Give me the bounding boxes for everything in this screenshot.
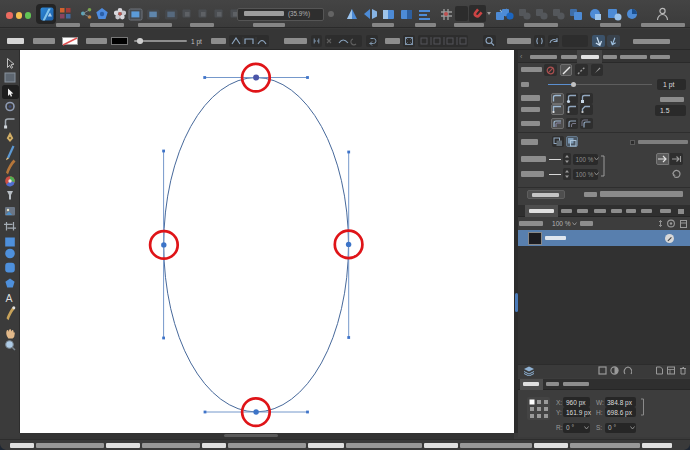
svg-text:A: A xyxy=(6,292,13,304)
